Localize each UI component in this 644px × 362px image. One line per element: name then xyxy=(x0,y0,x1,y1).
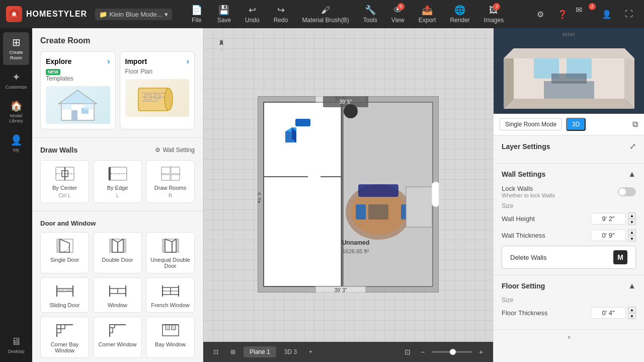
svg-rect-53 xyxy=(110,325,115,328)
select-all-btn[interactable]: ⊡ xyxy=(209,346,222,357)
wall-settings-collapse[interactable]: ▲ xyxy=(628,170,636,179)
bay-window-icon xyxy=(160,321,181,339)
by-edge-icon xyxy=(108,165,128,183)
floor-thickness-field[interactable]: 0' 4" xyxy=(591,307,626,319)
undo-btn[interactable]: ↩ Undo xyxy=(239,2,266,27)
gear-icon: ⚙ xyxy=(155,147,160,154)
images-btn[interactable]: 🖼 2 Images xyxy=(478,2,510,27)
svg-rect-51 xyxy=(61,325,65,329)
wall-setting-btn[interactable]: ⚙ Wall Setting xyxy=(155,147,195,154)
lock-walls-toggle[interactable] xyxy=(618,187,636,196)
floor-thickness-row: Floor Thickness 0' 4" ▲ ▼ xyxy=(502,307,636,319)
svg-text:N: N xyxy=(220,39,223,44)
double-door-tool[interactable]: Double Door xyxy=(93,232,142,273)
zoom-out-btn[interactable]: − xyxy=(417,346,429,358)
svg-rect-63 xyxy=(264,102,342,286)
profile-btn[interactable]: 👤 xyxy=(598,5,616,23)
by-center-tool[interactable]: By Center Ctrl L xyxy=(40,160,89,203)
sidebar-item-create-room[interactable]: ⊞ Create Room xyxy=(3,32,29,65)
svg-rect-55 xyxy=(163,325,179,336)
svg-rect-76 xyxy=(358,184,398,197)
canvas-area[interactable]: N 39' 5" 39' 3" 41' 5" 41' xyxy=(203,28,493,362)
import-card[interactable]: Import › Floor Plan xyxy=(120,51,195,129)
wall-height-field[interactable]: 9' 2" xyxy=(591,213,626,225)
file-btn[interactable]: 📄 File xyxy=(184,2,209,27)
add-tab-btn[interactable]: + xyxy=(305,346,316,357)
svg-rect-29 xyxy=(57,239,60,252)
project-name[interactable]: 📁 Klein Blue Mode... ▾ xyxy=(95,9,172,20)
single-door-tool[interactable]: Single Door xyxy=(40,232,89,273)
chevron-down-icon: ▾ xyxy=(165,11,168,18)
unequal-double-door-tool[interactable]: Unequal Double Door xyxy=(146,232,195,273)
zoom-in-btn[interactable]: + xyxy=(475,346,487,358)
fullscreen-btn[interactable]: ⛶ xyxy=(620,5,638,23)
sliding-door-tool[interactable]: Sliding Door xyxy=(40,277,89,313)
corner-window-tool[interactable]: Corner Window xyxy=(93,317,142,358)
wall-thickness-field[interactable]: 0' 9" xyxy=(591,230,626,241)
single-door-icon xyxy=(55,237,75,255)
right-panel: mini xyxy=(493,28,644,362)
export-btn[interactable]: 📤 Export xyxy=(413,2,442,27)
compass: N xyxy=(213,38,229,54)
french-window-tool[interactable]: French Window xyxy=(146,277,195,313)
view-btn[interactable]: 👁 5 View xyxy=(385,2,411,27)
floor-settings-collapse[interactable]: ▲ xyxy=(628,281,636,291)
delete-walls-btn[interactable]: Delete Walls M xyxy=(502,246,636,269)
french-window-icon xyxy=(160,282,181,300)
layer-settings-header: Layer Settings ⤢ xyxy=(502,141,636,151)
toggle-thumb xyxy=(619,188,626,195)
plane-tab[interactable]: Plane 1 xyxy=(244,346,276,357)
bottom-bar: ⊡ ⊞ Plane 1 3D 3 + ⊡ − + xyxy=(203,342,493,362)
snap-btn[interactable]: ⊞ xyxy=(226,346,239,357)
wall-thickness-value: 0' 9" ▲ ▼ xyxy=(591,229,636,242)
help-btn[interactable]: ❓ xyxy=(553,5,572,23)
by-edge-tool[interactable]: By Edge L xyxy=(93,160,142,203)
redo-btn[interactable]: ↪ Redo xyxy=(268,2,294,27)
svg-point-2 xyxy=(12,12,16,16)
layer-settings-expand[interactable]: ⤢ xyxy=(629,141,636,151)
floor-thickness-up[interactable]: ▲ xyxy=(628,307,636,313)
svg-rect-90 xyxy=(432,182,439,207)
lock-walls-sub: Whether to lock Walls xyxy=(502,192,555,198)
wall-height-up[interactable]: ▲ xyxy=(628,212,636,219)
wall-thickness-down[interactable]: ▼ xyxy=(628,236,636,242)
svg-rect-26 xyxy=(162,175,170,180)
sidebar-item-desktop[interactable]: 🖥 Desktop xyxy=(3,332,29,358)
wall-height-down[interactable]: ▼ xyxy=(628,219,636,225)
sidebar-item-model-library[interactable]: 🏠 Model Library xyxy=(3,96,29,128)
my-icon: 👤 xyxy=(10,134,23,146)
fit-screen-btn[interactable]: ⊡ xyxy=(401,346,414,358)
settings-btn[interactable]: ⚙ xyxy=(531,5,549,23)
zoom-slider[interactable] xyxy=(432,351,472,353)
import-sub: Floor Plan xyxy=(125,68,190,75)
3d-tab[interactable]: 3D 3 xyxy=(280,346,301,357)
view-badge: 5 xyxy=(397,3,405,10)
svg-rect-79 xyxy=(368,204,388,220)
create-room-cards: Explore › NEW Templates xyxy=(40,51,195,129)
sidebar-item-customize[interactable]: ✦ Customize xyxy=(3,67,29,94)
copy-layout-btn[interactable]: ⧉ xyxy=(632,120,638,129)
floor-thickness-down[interactable]: ▼ xyxy=(628,313,636,319)
import-thumbnail xyxy=(125,79,190,117)
corner-window-icon xyxy=(108,321,128,339)
sidebar-item-my[interactable]: 👤 My xyxy=(3,130,29,157)
wall-thickness-up[interactable]: ▲ xyxy=(628,229,636,235)
view-3d-btn[interactable]: 3D xyxy=(566,118,586,131)
notification-btn[interactable]: ✉ 2 xyxy=(576,5,594,23)
draw-rooms-tool[interactable]: Draw Rooms R xyxy=(146,160,195,203)
tools-btn[interactable]: 🔧 Tools xyxy=(357,2,383,27)
save-icon: 💾 xyxy=(218,5,229,16)
bay-window-tool[interactable]: Bay Window xyxy=(146,317,195,358)
explore-card[interactable]: Explore › NEW Templates xyxy=(40,51,116,129)
save-btn[interactable]: 💾 Save xyxy=(211,2,237,27)
single-room-mode-btn[interactable]: Single Room Mode xyxy=(500,118,562,130)
render-btn[interactable]: 🌐 Render xyxy=(444,2,475,27)
window-tool[interactable]: Window xyxy=(93,277,142,313)
wall-size-label: Size xyxy=(502,202,636,209)
draw-walls-header: Draw Walls ⚙ Wall Setting xyxy=(40,146,195,154)
layer-settings-title: Layer Settings xyxy=(502,142,550,151)
corner-bay-window-tool[interactable]: Corner Bay Window xyxy=(40,317,89,358)
mail-badge: 2 xyxy=(589,3,596,10)
wall-height-label: Wall Height xyxy=(502,215,535,223)
material-brush-btn[interactable]: 🖌 Material Brush(B) xyxy=(296,2,355,27)
